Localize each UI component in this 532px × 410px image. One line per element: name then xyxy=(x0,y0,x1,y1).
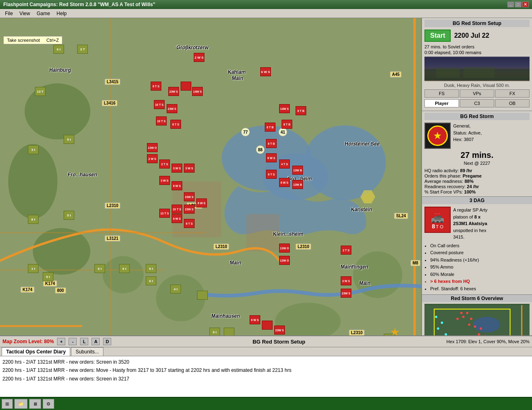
unit-olive-5[interactable]: 8 f xyxy=(28,215,39,224)
tab-vps[interactable]: VPs xyxy=(460,89,494,98)
menu-game[interactable]: Game xyxy=(33,10,53,17)
unit-red-25[interactable]: 10 T S xyxy=(172,205,182,214)
unit-red-20[interactable]: 3 W S xyxy=(159,176,170,185)
unit-red-18[interactable]: 3 W S xyxy=(172,164,182,173)
unit-red-10[interactable]: 23W S xyxy=(167,104,177,113)
diary-entry-1: 2200 hrs - 2/AT 1321st MRR - new orders:… xyxy=(2,358,530,366)
unit-olive-3[interactable]: 13 T xyxy=(35,87,46,96)
zoom-plus-button[interactable]: + xyxy=(57,338,65,345)
unit-red-26[interactable]: 13 T S xyxy=(159,209,170,218)
unit-olive-9[interactable]: 5 t xyxy=(64,211,74,220)
dag-unit-icon[interactable]: ... 8 xyxy=(424,207,451,233)
unit-olive-16[interactable]: 9 t xyxy=(209,328,220,335)
unit-olive-15[interactable] xyxy=(197,291,208,300)
taskbar-folder-button[interactable]: 📁 xyxy=(14,399,28,409)
unit-olive-4[interactable]: 3 t xyxy=(28,145,39,154)
unit-red-29[interactable]: 8 T B xyxy=(266,139,277,148)
unit-red-34[interactable]: 6 W S xyxy=(279,178,290,187)
menu-file[interactable]: File xyxy=(2,10,16,17)
unit-red-36[interactable]: 13W O xyxy=(279,244,290,253)
unit-olive-11[interactable]: 6 t xyxy=(119,264,130,273)
unit-olive-7[interactable]: 9 t xyxy=(43,272,53,281)
unit-red-22[interactable]: 23W S xyxy=(184,192,195,201)
unit-red-13[interactable]: 8 T B xyxy=(265,123,275,132)
taskbar-start-button[interactable]: ⊞ xyxy=(2,399,13,409)
unit-red-30[interactable]: 6 W S xyxy=(266,153,277,162)
road-M8: M8 xyxy=(410,260,420,266)
road-L2310a: L2310 xyxy=(105,203,120,209)
zoom-A-button[interactable]: A xyxy=(92,338,100,345)
unit-red-19[interactable]: 3 W S xyxy=(184,164,195,173)
tab-ob[interactable]: OB xyxy=(495,99,530,107)
unit-red-17[interactable]: 2 T S xyxy=(159,159,170,169)
unit-olive-18[interactable]: 11 t xyxy=(384,334,394,335)
unit-olive-12[interactable]: 6 t xyxy=(146,264,156,273)
tab-c3[interactable]: C3 xyxy=(460,99,494,107)
unit-olive-17[interactable] xyxy=(224,328,234,335)
menubar: File View Game Help xyxy=(0,9,532,18)
unit-red-5[interactable] xyxy=(181,82,191,91)
unit-red-27[interactable]: 6 W S xyxy=(172,214,182,223)
unit-red-7[interactable]: 14W S xyxy=(279,104,290,113)
unit-red-4[interactable]: 23W S xyxy=(168,87,179,96)
menu-view[interactable]: View xyxy=(16,10,33,17)
unit-red-23[interactable]: 23W S xyxy=(184,205,195,214)
unit-red-9[interactable]: 10 T S xyxy=(154,100,165,109)
unit-red-11[interactable]: 10 T S xyxy=(156,116,167,125)
unit-red-3[interactable]: 6 T S xyxy=(151,82,161,91)
unit-red-2[interactable]: 6 W S xyxy=(260,67,271,76)
place-main: Main xyxy=(232,75,243,81)
zoom-D-button[interactable]: D xyxy=(103,338,111,345)
diary-scroll-area[interactable]: 2200 hrs - 2/AT 1321st MRR - new orders:… xyxy=(0,356,532,397)
map-area[interactable]: Take screenshot Ctrl+Z Hainburg Groβkrot… xyxy=(0,18,421,335)
unit-olive-8[interactable]: 5 t xyxy=(64,135,74,144)
unit-olive-14[interactable]: 4 t xyxy=(170,285,181,294)
tab-diary[interactable]: Tactical Ops Center Diary xyxy=(2,347,70,356)
unit-red-1[interactable]: 2 W S xyxy=(194,53,204,62)
tab-fx[interactable]: FX xyxy=(495,89,530,98)
unit-red-8[interactable]: 8 T B xyxy=(296,106,306,115)
unit-olive-6[interactable]: 1 t xyxy=(28,264,39,273)
svg-point-10 xyxy=(353,251,402,298)
unit-olive-2[interactable]: 3 T xyxy=(77,45,88,54)
unit-red-42[interactable] xyxy=(262,321,273,330)
tab-player[interactable]: Player xyxy=(424,99,459,107)
tab-fs[interactable]: FS xyxy=(424,89,459,98)
start-button[interactable]: Start xyxy=(424,30,451,42)
unit-red-31[interactable]: 4 T S xyxy=(279,159,290,169)
unit-red-40[interactable]: 23W S xyxy=(341,289,351,298)
unit-red-38[interactable]: 2 T S xyxy=(341,246,351,255)
unit-red-28[interactable]: 6 T S xyxy=(184,219,195,228)
unit-red-21[interactable]: 6 W S xyxy=(172,181,182,190)
unit-red-15[interactable]: 13W O xyxy=(147,143,158,152)
unit-red-39[interactable]: 3 W S xyxy=(341,276,351,285)
unit-red-14[interactable]: 8 T B xyxy=(282,120,292,129)
unit-red-32[interactable]: 13W B xyxy=(292,166,303,175)
zoom-L-button[interactable]: L xyxy=(80,338,88,345)
place-grosskrotzerw: Groβkrotzerw xyxy=(177,45,209,50)
unit-red-37[interactable]: 13W O xyxy=(279,256,290,265)
unit-red-16[interactable]: 2 W S xyxy=(147,154,158,163)
hex-88: 88 xyxy=(256,145,265,154)
overview-minimap[interactable] xyxy=(424,304,530,335)
restore-button[interactable]: □ xyxy=(515,2,521,7)
taskbar-screen-button[interactable]: 🖥 xyxy=(29,399,41,409)
unit-olive-13[interactable]: 6 t xyxy=(146,276,156,285)
unit-olive-1[interactable]: 6 t xyxy=(53,45,64,54)
unit-red-43[interactable]: 23W S xyxy=(274,326,285,335)
unit-red-33[interactable]: 13W B xyxy=(292,180,303,189)
unit-red-35[interactable]: 6 T S xyxy=(266,170,277,179)
menu-help[interactable]: Help xyxy=(53,10,70,17)
place-horsteiner: Horsteiner See xyxy=(345,141,380,147)
close-button[interactable]: ✕ xyxy=(522,2,529,7)
unit-red-24[interactable]: 6 W S xyxy=(196,198,207,207)
unit-red-12[interactable]: 6 T S xyxy=(170,120,181,129)
minimize-button[interactable]: _ xyxy=(507,2,514,7)
unit-red-41[interactable]: 6 W S xyxy=(250,315,260,324)
tab-subunits[interactable]: Subunits... xyxy=(71,347,103,356)
taskbar-gear-button[interactable]: ⚙ xyxy=(43,399,54,409)
unit-red-6[interactable]: 14W S xyxy=(192,87,203,96)
unit-olive-10[interactable]: 6 t xyxy=(94,264,105,273)
zoom-minus-button[interactable]: - xyxy=(69,338,77,345)
commander-status: Status: Active, xyxy=(453,130,530,137)
